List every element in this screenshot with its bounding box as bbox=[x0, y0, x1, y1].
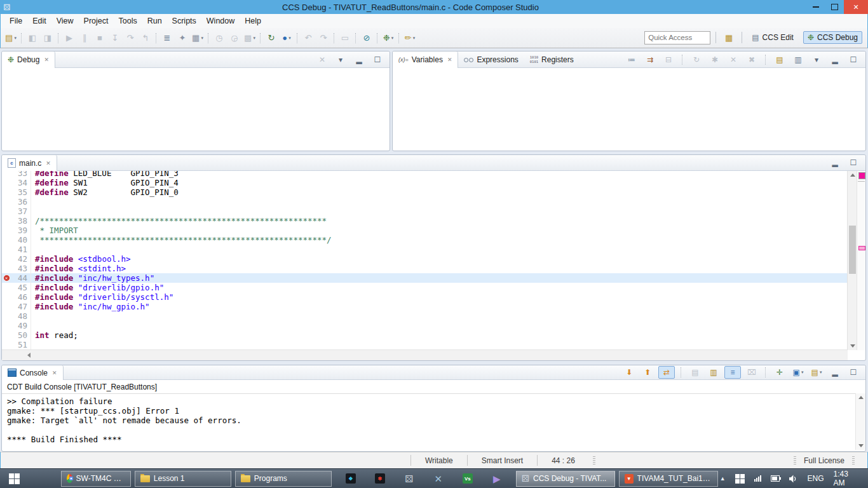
close-icon[interactable]: ✕ bbox=[447, 57, 452, 63]
step-over-icon[interactable]: ↷ bbox=[123, 31, 138, 45]
last-edit-location-icon[interactable]: ▭ bbox=[337, 31, 353, 45]
start-button[interactable] bbox=[0, 469, 29, 488]
restore-window-button[interactable] bbox=[825, 1, 843, 13]
source-lookup-icon[interactable]: ✦ bbox=[175, 31, 190, 45]
minimize-window-button[interactable] bbox=[807, 1, 825, 13]
step-back-icon[interactable]: ↶ bbox=[301, 31, 316, 45]
language-indicator[interactable]: ENG bbox=[807, 474, 824, 483]
show-stdout-when-changed-icon[interactable]: ▤ bbox=[688, 367, 703, 378]
scroll-up-arrow[interactable] bbox=[848, 171, 857, 179]
tab-expressions[interactable]: Expressions bbox=[458, 51, 524, 67]
tab-debug[interactable]: ❉ Debug ✕ bbox=[2, 51, 55, 68]
taskbar-window-button[interactable]: Lesson 1 bbox=[135, 471, 231, 487]
restore-debug-state-icon[interactable]: ◷ bbox=[212, 31, 227, 45]
menu-scripts[interactable]: Scripts bbox=[167, 15, 201, 27]
step-forward-icon[interactable]: ↷ bbox=[316, 31, 331, 45]
connect-target-icon[interactable]: ≣ bbox=[159, 31, 175, 45]
clock[interactable]: 1:43 AM bbox=[834, 470, 860, 487]
restore-debug-state-alt-icon[interactable]: ◶ bbox=[227, 31, 242, 45]
menu-window[interactable]: Window bbox=[201, 15, 240, 27]
show-type-names-icon[interactable]: ≔ bbox=[624, 54, 639, 65]
close-icon[interactable]: ✕ bbox=[44, 57, 49, 63]
ccs-app-icon[interactable]: ⚄ bbox=[395, 474, 424, 484]
tab-registers[interactable]: 1010 0101 Registers bbox=[524, 51, 580, 67]
taskbar-window-button[interactable]: SW-TM4C 2.1.1.71 - ... bbox=[61, 471, 131, 487]
tab-console[interactable]: Console ✕ bbox=[2, 365, 64, 380]
console-vertical-scrollbar[interactable] bbox=[855, 393, 865, 450]
menu-view[interactable]: View bbox=[51, 15, 79, 27]
maximize-icon[interactable]: ☐ bbox=[846, 157, 861, 168]
suspend-icon[interactable]: ∥ bbox=[77, 31, 92, 45]
maximize-icon[interactable]: ☐ bbox=[846, 367, 861, 378]
pin-console-icon[interactable]: ✛ bbox=[772, 367, 787, 378]
maximize-icon[interactable]: ☐ bbox=[370, 54, 385, 65]
media-player-icon[interactable]: ▶ bbox=[482, 474, 512, 484]
directx-tool-icon[interactable]: ✕ bbox=[424, 474, 453, 484]
close-icon[interactable]: ✕ bbox=[46, 160, 51, 166]
load-program-icon[interactable]: ▦▾ bbox=[190, 31, 205, 45]
editor-vertical-scrollbar[interactable] bbox=[847, 171, 857, 350]
show-stderr-when-changed-icon[interactable]: ▥ bbox=[706, 367, 721, 378]
advanced-reset-icon[interactable]: ●▾ bbox=[279, 31, 294, 45]
highlight-icon[interactable]: ✏▾ bbox=[402, 31, 417, 45]
minimize-icon[interactable]: ▂ bbox=[351, 54, 367, 65]
close-icon[interactable]: ✕ bbox=[52, 370, 57, 376]
remove-all-terminated-icon[interactable]: ✕ bbox=[315, 54, 330, 65]
pin-view-icon[interactable]: ✱ bbox=[707, 54, 722, 65]
remove-all-icon[interactable]: ✖ bbox=[744, 54, 759, 65]
word-wrap-icon[interactable]: ≡ bbox=[724, 366, 741, 379]
menu-edit[interactable]: Edit bbox=[27, 15, 51, 27]
error-location-marker[interactable] bbox=[858, 246, 865, 250]
scroll-down-arrow[interactable] bbox=[848, 342, 857, 350]
menu-file[interactable]: File bbox=[4, 15, 27, 27]
collapse-all-icon[interactable]: ⊟ bbox=[661, 54, 676, 65]
new-icon[interactable]: ▤▾ bbox=[3, 31, 18, 45]
new-view-icon[interactable]: ▤ bbox=[772, 54, 787, 65]
show-hidden-icons-button[interactable]: ▲ bbox=[720, 475, 726, 482]
save-icon[interactable]: ◧ bbox=[25, 31, 40, 45]
volume-icon[interactable] bbox=[789, 475, 798, 483]
error-overview-indicator[interactable] bbox=[858, 172, 865, 179]
clear-console-icon[interactable]: ⌧ bbox=[744, 367, 759, 378]
add-global-variables-icon[interactable]: ⇉ bbox=[642, 54, 658, 65]
perspective-ccs-debug[interactable]: ❉ CCS Debug bbox=[803, 31, 862, 44]
minimize-icon[interactable]: ▂ bbox=[827, 54, 843, 65]
battery-icon[interactable] bbox=[771, 475, 780, 482]
scroll-left-arrow[interactable] bbox=[27, 353, 31, 358]
menu-project[interactable]: Project bbox=[79, 15, 114, 27]
follow-console-icon[interactable]: ⇄ bbox=[658, 366, 675, 379]
debug-icon[interactable]: ❉▾ bbox=[381, 31, 396, 45]
scroll-lock-up-icon[interactable]: ⬆ bbox=[640, 367, 655, 378]
oscilloscope-icon[interactable]: ⊘ bbox=[359, 31, 374, 45]
network-signal-icon[interactable] bbox=[754, 475, 761, 482]
taskbar-window-button[interactable]: Programs bbox=[235, 471, 332, 487]
tab-variables[interactable]: (x)= Variables ✕ bbox=[393, 51, 458, 68]
close-window-button[interactable]: ✕ bbox=[844, 0, 868, 14]
menu-tools[interactable]: Tools bbox=[113, 15, 142, 27]
terminate-icon[interactable]: ■ bbox=[92, 31, 107, 45]
open-console-icon[interactable]: ▤▾ bbox=[809, 367, 824, 378]
open-perspective-icon[interactable]: ▦ bbox=[721, 30, 736, 44]
quick-access-input[interactable] bbox=[644, 31, 710, 44]
display-selected-console-icon[interactable]: ▣▾ bbox=[790, 367, 806, 378]
memory-save-icon[interactable]: ▩▾ bbox=[242, 31, 257, 45]
step-return-icon[interactable]: ↰ bbox=[138, 31, 153, 45]
save-all-icon[interactable]: ◨ bbox=[40, 31, 55, 45]
taskbar-window-button[interactable]: ⚄CCS Debug - TIVAT... bbox=[516, 471, 615, 487]
vs-app-icon[interactable]: Vs bbox=[453, 473, 482, 484]
maximize-icon[interactable]: ☐ bbox=[846, 54, 861, 65]
editor-horizontal-scrollbar[interactable] bbox=[2, 349, 848, 360]
scroll-down-arrow[interactable] bbox=[856, 442, 865, 450]
taskbar-window-button[interactable]: ▼TIVAM4_TUT_Bai1_C... bbox=[619, 471, 718, 487]
resume-icon[interactable]: ▶ bbox=[62, 31, 77, 45]
remove-icon[interactable]: ✕ bbox=[726, 54, 741, 65]
configure-view-icon[interactable]: ▥ bbox=[790, 54, 806, 65]
perspective-ccs-edit[interactable]: ▤ CCS Edit bbox=[747, 31, 798, 44]
tab-main-c[interactable]: c main.c ✕ bbox=[2, 155, 57, 171]
graphics-app-icon[interactable]: ❖ bbox=[336, 473, 365, 484]
console-output[interactable]: >> Compilation failuregmake: *** [startu… bbox=[2, 393, 855, 450]
refresh-icon[interactable]: ↻ bbox=[689, 54, 704, 65]
scroll-lock-down-icon[interactable]: ⬇ bbox=[621, 367, 637, 378]
imaging-app-icon[interactable]: ✱ bbox=[365, 473, 395, 484]
reset-cpu-icon[interactable]: ↻ bbox=[264, 31, 279, 45]
